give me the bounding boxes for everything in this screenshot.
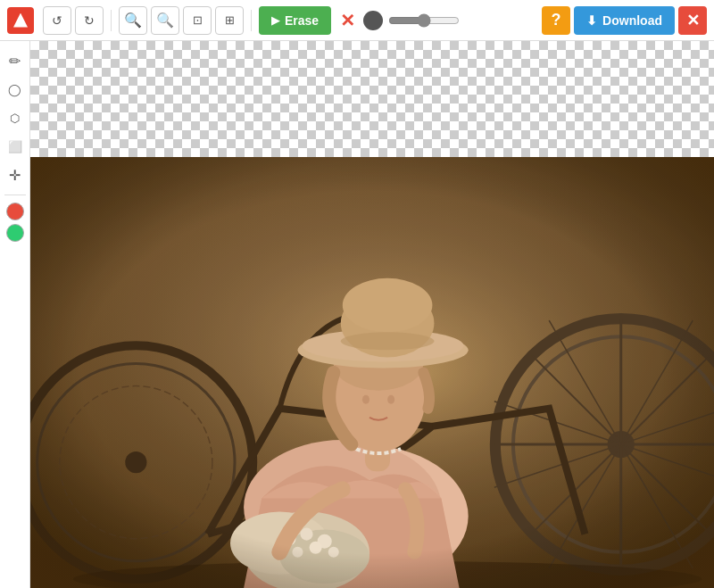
photo-svg <box>30 157 714 588</box>
main-area: ✏ ◯ ⬡ ⬜ ✛ <box>0 41 714 588</box>
main-toolbar: ↺ ↻ 🔍 🔍 ⊡ ⊞ ▶ Erase ✕ ? ⬇ Downlo <box>0 0 714 41</box>
cancel-icon: ✕ <box>340 10 355 31</box>
erase-label: Erase <box>285 13 319 28</box>
divider-1 <box>111 10 112 31</box>
download-label: Download <box>602 13 662 28</box>
move-icon: ✛ <box>9 167 21 184</box>
sidebar-divider <box>4 195 26 195</box>
polygon-icon: ⬡ <box>10 112 20 125</box>
divider-2 <box>251 10 252 31</box>
eraser-tool-button[interactable]: ⬜ <box>3 134 28 159</box>
left-sidebar: ✏ ◯ ⬡ ⬜ ✛ <box>0 41 30 588</box>
cancel-erase-button[interactable]: ✕ <box>335 8 360 33</box>
zoom-out-button[interactable]: 🔍 <box>151 6 179 35</box>
redo-icon: ↻ <box>84 13 95 28</box>
pencil-tool-button[interactable]: ✏ <box>3 48 28 73</box>
undo-button[interactable]: ↺ <box>43 6 71 35</box>
app-logo <box>7 7 34 34</box>
polygon-tool-button[interactable]: ⬡ <box>3 105 28 130</box>
foreground-color-swatch[interactable] <box>6 203 24 220</box>
zoom-reset-icon: ⊞ <box>225 13 235 27</box>
brush-size-slider[interactable] <box>388 13 460 28</box>
background-color-swatch[interactable] <box>6 224 24 242</box>
svg-rect-42 <box>30 157 714 588</box>
zoom-out-icon: 🔍 <box>156 12 174 29</box>
transparent-region <box>30 41 714 157</box>
download-button[interactable]: ⬇ Download <box>574 6 675 35</box>
eraser-icon: ⬜ <box>8 140 22 153</box>
close-icon: ✕ <box>686 11 700 30</box>
close-button[interactable]: ✕ <box>678 6 707 35</box>
photo-canvas[interactable] <box>30 157 714 588</box>
zoom-fit-icon: ⊡ <box>193 13 203 27</box>
redo-button[interactable]: ↻ <box>75 6 104 35</box>
canvas-area[interactable] <box>30 41 714 588</box>
undo-icon: ↺ <box>52 13 62 28</box>
lasso-icon: ◯ <box>8 83 21 96</box>
help-button[interactable]: ? <box>542 6 570 35</box>
zoom-in-button[interactable]: 🔍 <box>119 6 147 35</box>
download-icon: ⬇ <box>586 13 597 28</box>
brush-dot-preview <box>363 11 383 30</box>
brush-size-control <box>363 11 460 30</box>
lasso-tool-button[interactable]: ◯ <box>3 77 28 102</box>
logo-icon <box>13 13 28 28</box>
zoom-fit-button[interactable]: ⊡ <box>183 6 212 35</box>
zoom-in-icon: 🔍 <box>124 12 142 29</box>
pencil-icon: ✏ <box>9 53 21 70</box>
photo-background <box>30 157 714 588</box>
zoom-reset-button[interactable]: ⊞ <box>215 6 244 35</box>
erase-button[interactable]: ▶ Erase <box>259 6 331 35</box>
erase-play-icon: ▶ <box>271 14 279 27</box>
move-tool-button[interactable]: ✛ <box>3 162 28 187</box>
help-icon: ? <box>552 11 561 29</box>
